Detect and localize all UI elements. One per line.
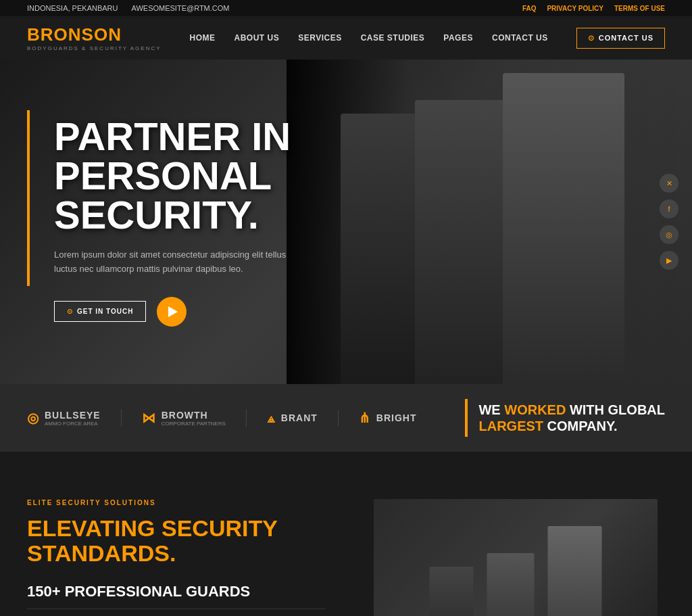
hero-people [287, 60, 692, 384]
faq-link[interactable]: FAQ [522, 5, 537, 12]
about-stat-divider [27, 609, 326, 609]
top-bar-left: INDONESIA, PEKANBARU AWESOMESITE@RTM.COM [27, 4, 230, 12]
location: INDONESIA, PEKANBARU [27, 4, 118, 12]
instagram-icon[interactable]: ◎ [660, 225, 678, 244]
contact-icon: ⊙ [588, 34, 595, 43]
header: BRONSON BODYGUARDS & SECURITY AGENCY HOM… [0, 16, 692, 60]
nav-about[interactable]: ABOUT US [234, 33, 280, 43]
hero-title-line2: PERSONAL [54, 153, 272, 197]
play-icon [168, 306, 178, 317]
hero-title: PARTNER IN PERSONAL SECURITY. [54, 117, 297, 235]
logo: BRONSON BODYGUARDS & SECURITY AGENCY [27, 24, 162, 51]
get-in-touch-button[interactable]: ⊙ GET IN TOUCH [54, 301, 146, 322]
partner-headline-block: WE WORKED WITH GLOBAL LARGEST COMPANY. [465, 399, 665, 437]
hero-content: PARTNER IN PERSONAL SECURITY. Lorem ipsu… [0, 76, 324, 367]
contact-label: CONTACT US [599, 34, 653, 42]
hero-accent-line [27, 110, 30, 286]
partner-brant: ⟁ Brant [247, 410, 339, 426]
facebook-icon[interactable]: f [660, 199, 678, 218]
twitter-icon[interactable]: ✕ [660, 174, 678, 193]
nav-services[interactable]: SERVICES [298, 33, 341, 43]
nav-cases[interactable]: CASE STUDIES [361, 33, 425, 43]
brant-icon: ⟁ [267, 410, 276, 426]
bullseye-sub: AMMO FORCE AREA [45, 421, 101, 427]
logo-text: BRONSON [27, 24, 162, 45]
browth-icon: ⋈ [142, 410, 156, 426]
partner-browth: ⋈ Browth CORPORATE PARTNERS [122, 409, 247, 427]
about-section: ELITE SECURITY SOLUTIONS ELEVATING SECUR… [0, 452, 692, 616]
partner-bullseye: ◎ BULLSEYE AMMO FORCE AREA [27, 409, 122, 427]
terms-link[interactable]: TERMS OF USE [614, 5, 665, 12]
top-bar: INDONESIA, PEKANBARU AWESOMESITE@RTM.COM… [0, 0, 692, 16]
partner-browth-text: Browth CORPORATE PARTNERS [162, 409, 226, 427]
privacy-link[interactable]: PRIVACY POLICY [547, 5, 603, 12]
social-sidebar: ✕ f ◎ ▶ [660, 174, 678, 270]
bright-icon: ⋔ [359, 410, 371, 426]
bright-name: Bright [376, 412, 417, 423]
logo-brand: BRON [27, 24, 82, 45]
top-bar-right: FAQ PRIVACY POLICY TERMS OF USE [522, 5, 665, 12]
browth-sub: CORPORATE PARTNERS [162, 421, 226, 427]
about-figures [430, 526, 602, 616]
main-nav: HOME ABOUT US SERVICES CASE STUDIES PAGE… [190, 33, 548, 43]
about-left: ELITE SECURITY SOLUTIONS ELEVATING SECUR… [27, 499, 326, 616]
partner-accent-bar [465, 399, 468, 437]
figure-right [548, 526, 602, 616]
hero-actions: ⊙ GET IN TOUCH [54, 297, 297, 327]
about-right [366, 499, 665, 616]
partner-headline-line2: LARGEST COMPANY. [478, 419, 617, 433]
figure-center [487, 553, 535, 616]
hero-title-line3: SECURITY. [54, 193, 259, 237]
nav-contact[interactable]: CONTACT US [492, 33, 548, 43]
play-button[interactable] [157, 297, 187, 327]
logo-sub: BODYGUARDS & SECURITY AGENCY [27, 45, 162, 51]
partner-headline-line1: WE WORKED WITH GLOBAL [478, 402, 665, 417]
partner-bullseye-text: BULLSEYE AMMO FORCE AREA [45, 409, 101, 427]
brant-name: Brant [281, 412, 318, 423]
hero-title-line1: PARTNER IN [54, 114, 291, 158]
about-stat: 150+ PROFESSIONAL GUARDS [27, 583, 326, 600]
bullseye-name: BULLSEYE [45, 410, 101, 421]
contact-button[interactable]: ⊙ CONTACT US [576, 28, 665, 49]
hero-description: Lorem ipsum dolor sit amet consectetur a… [54, 248, 297, 277]
partners-strip: ◎ BULLSEYE AMMO FORCE AREA ⋈ Browth CORP… [0, 384, 692, 452]
nav-home[interactable]: HOME [190, 33, 216, 43]
about-title-line1: ELEVATING SECURITY [27, 515, 278, 541]
partner-headline: WE WORKED WITH GLOBAL LARGEST COMPANY. [478, 402, 665, 434]
nav-pages[interactable]: PAGES [443, 33, 473, 43]
youtube-icon[interactable]: ▶ [660, 251, 678, 270]
bullseye-icon: ◎ [27, 410, 39, 426]
person-right [503, 73, 624, 384]
about-tag: ELITE SECURITY SOLUTIONS [27, 499, 326, 506]
touch-icon: ⊙ [67, 308, 73, 315]
touch-label: GET IN TOUCH [77, 308, 133, 315]
browth-name: Browth [162, 410, 208, 421]
partner-bright: ⋔ Bright [339, 410, 437, 426]
hero-section: ✕ f ◎ ▶ PARTNER IN PERSONAL SECURITY. Lo… [0, 60, 692, 384]
about-image [374, 499, 658, 616]
figure-left [430, 567, 474, 616]
about-title-line2: STANDARDS. [27, 540, 176, 566]
logo-accent: SON [82, 24, 122, 45]
about-title: ELEVATING SECURITY STANDARDS. [27, 516, 326, 567]
email: AWESOMESITE@RTM.COM [131, 4, 229, 12]
